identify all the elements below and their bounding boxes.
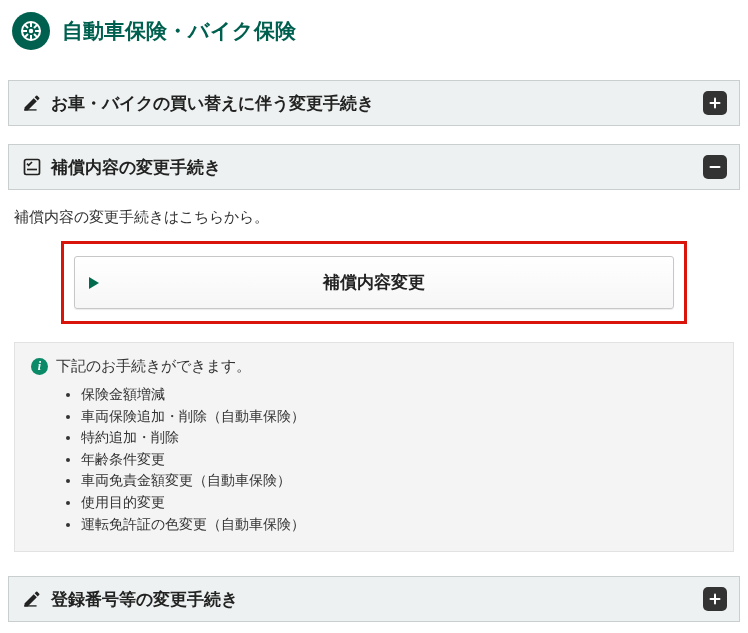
accordion-coverage-body: 補償内容の変更手続きはこちらから。 補償内容変更 i 下記のお手続きができます。… bbox=[8, 190, 740, 558]
accordion-title: お車・バイクの買い替えに伴う変更手続き bbox=[51, 92, 703, 115]
edit-icon bbox=[21, 93, 43, 113]
accordion-title: 補償内容の変更手続き bbox=[51, 156, 703, 179]
play-icon bbox=[89, 277, 99, 289]
accordion-title: 登録番号等の変更手続き bbox=[51, 588, 703, 611]
accordion-vehicle-replace[interactable]: お車・バイクの買い替えに伴う変更手続き bbox=[8, 80, 740, 126]
car-wheel-icon bbox=[12, 12, 50, 50]
list-item: 車両保険追加・削除（自動車保険） bbox=[81, 406, 717, 428]
info-icon: i bbox=[31, 358, 48, 375]
svg-line-9 bbox=[25, 34, 28, 37]
list-item: 年齢条件変更 bbox=[81, 449, 717, 471]
svg-rect-10 bbox=[24, 109, 36, 110]
checklist-icon bbox=[21, 157, 43, 177]
svg-point-1 bbox=[29, 29, 33, 33]
list-item: 保険金額増減 bbox=[81, 384, 717, 406]
collapse-icon bbox=[703, 155, 727, 179]
expand-icon bbox=[703, 587, 727, 611]
svg-line-7 bbox=[34, 34, 37, 37]
cta-label: 補償内容変更 bbox=[323, 273, 425, 292]
cta-highlight-frame: 補償内容変更 bbox=[61, 241, 687, 324]
expand-icon bbox=[703, 91, 727, 115]
list-item: 使用目的変更 bbox=[81, 492, 717, 514]
page-header: 自動車保険・バイク保険 bbox=[8, 6, 740, 62]
list-item: 車両免責金額変更（自動車保険） bbox=[81, 470, 717, 492]
svg-rect-13 bbox=[25, 160, 40, 175]
list-item: 特約追加・削除 bbox=[81, 427, 717, 449]
svg-rect-15 bbox=[710, 166, 721, 168]
coverage-intro-text: 補償内容の変更手続きはこちらから。 bbox=[14, 208, 734, 227]
svg-line-6 bbox=[25, 25, 28, 28]
svg-line-8 bbox=[34, 25, 37, 28]
list-item: 運転免許証の色変更（自動車保険） bbox=[81, 514, 717, 536]
coverage-info-list: 保険金額増減 車両保険追加・削除（自動車保険） 特約追加・削除 年齢条件変更 車… bbox=[31, 384, 717, 535]
svg-rect-18 bbox=[710, 598, 721, 600]
page-title: 自動車保険・バイク保険 bbox=[62, 17, 296, 45]
accordion-registration-change[interactable]: 登録番号等の変更手続き bbox=[8, 576, 740, 622]
info-lead-text: 下記のお手続きができます。 bbox=[56, 357, 251, 376]
info-lead-row: i 下記のお手続きができます。 bbox=[31, 357, 717, 376]
accordion-coverage-change[interactable]: 補償内容の変更手続き bbox=[8, 144, 740, 190]
svg-rect-12 bbox=[710, 102, 721, 104]
edit-icon bbox=[21, 589, 43, 609]
coverage-change-button[interactable]: 補償内容変更 bbox=[74, 256, 674, 309]
coverage-info-box: i 下記のお手続きができます。 保険金額増減 車両保険追加・削除（自動車保険） … bbox=[14, 342, 734, 552]
svg-rect-16 bbox=[24, 605, 36, 606]
